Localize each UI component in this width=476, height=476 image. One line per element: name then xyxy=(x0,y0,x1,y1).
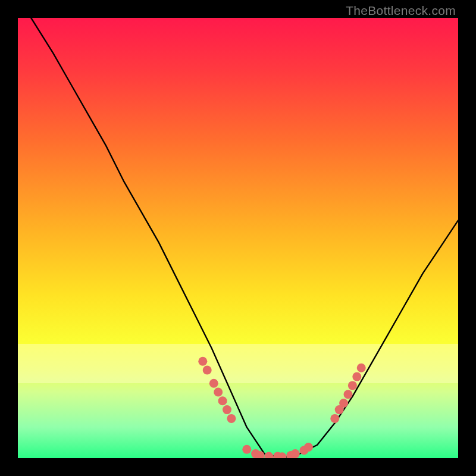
data-point xyxy=(203,366,212,375)
data-point xyxy=(291,449,300,458)
data-point xyxy=(227,414,236,423)
data-point xyxy=(223,405,231,414)
chart-frame: TheBottleneck.com xyxy=(0,0,476,476)
data-point xyxy=(339,399,348,408)
watermark-text: TheBottleneck.com xyxy=(346,4,456,18)
data-point xyxy=(352,372,361,381)
data-point xyxy=(198,357,207,366)
data-point xyxy=(264,452,273,459)
data-point xyxy=(209,379,218,388)
data-point xyxy=(344,390,353,399)
data-point xyxy=(218,396,227,405)
data-point xyxy=(242,445,251,454)
plot-area xyxy=(18,18,458,458)
data-point xyxy=(357,364,366,372)
data-point xyxy=(348,381,357,390)
data-point xyxy=(330,414,339,423)
chart-svg xyxy=(18,18,458,458)
data-point xyxy=(304,443,313,452)
bottleneck-curve xyxy=(31,18,458,458)
data-point xyxy=(214,388,223,397)
